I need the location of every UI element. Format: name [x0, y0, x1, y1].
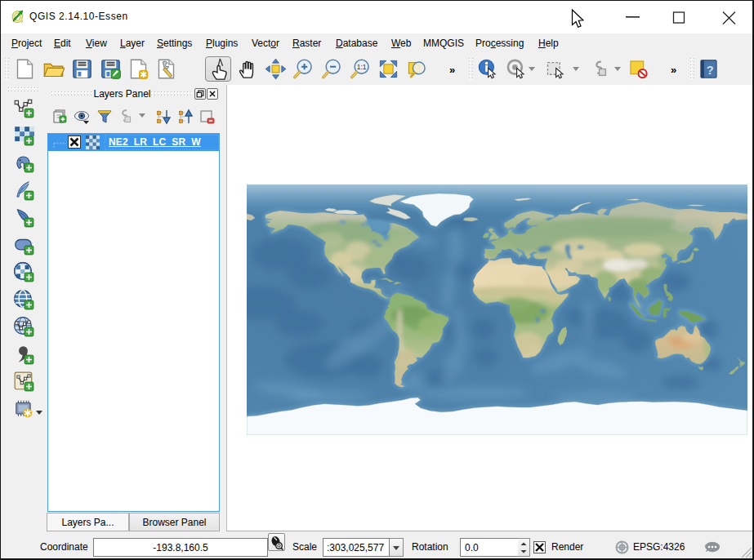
svg-text:?: ? — [707, 64, 714, 77]
svg-text:1:1: 1:1 — [357, 63, 367, 71]
